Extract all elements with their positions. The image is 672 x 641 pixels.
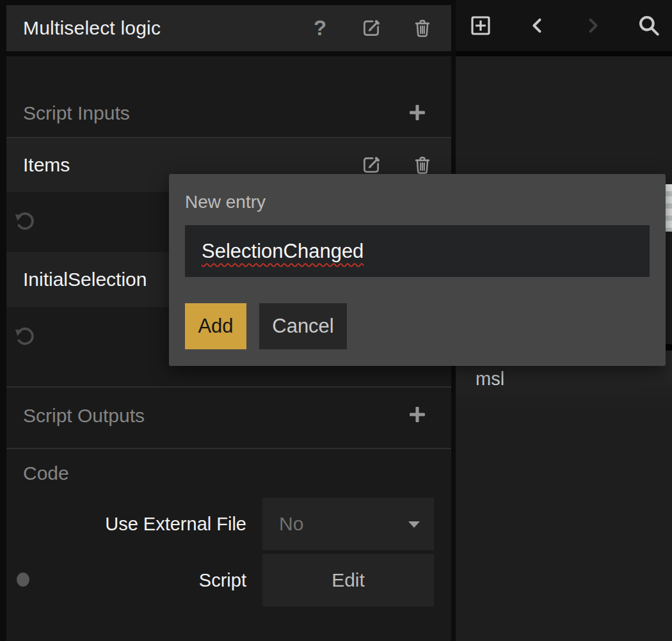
reset-default-button[interactable] bbox=[13, 208, 37, 232]
use-external-file-label: Use External File bbox=[0, 498, 246, 550]
new-entry-input[interactable]: SelectionChanged bbox=[185, 225, 650, 277]
page-title: Multiselect logic bbox=[23, 17, 308, 39]
tree-item-label: msl bbox=[476, 368, 504, 390]
caret-down-icon bbox=[407, 519, 421, 528]
edit-icon bbox=[360, 17, 382, 39]
new-entry-input-value: SelectionChanged bbox=[202, 240, 364, 263]
dialog-title: New entry bbox=[185, 192, 266, 212]
use-external-file-dropdown[interactable]: No bbox=[262, 498, 434, 550]
add-object-button[interactable] bbox=[468, 13, 493, 38]
script-outputs-heading: Script Outputs bbox=[23, 405, 145, 427]
help-icon: ? bbox=[314, 16, 326, 40]
plus-icon bbox=[406, 102, 428, 123]
occluded-list-fragment bbox=[666, 344, 672, 351]
edit-script-button[interactable]: Edit bbox=[262, 554, 434, 606]
row-actions bbox=[360, 154, 451, 177]
plus-icon bbox=[406, 404, 428, 425]
search-button[interactable] bbox=[637, 13, 661, 38]
delete-button[interactable] bbox=[411, 17, 434, 40]
header-actions: ? bbox=[308, 17, 451, 40]
edit-script-button-label: Edit bbox=[332, 569, 365, 591]
script-label: Script bbox=[0, 554, 246, 606]
panel-header: Multiselect logic ? bbox=[6, 5, 451, 51]
refresh-icon bbox=[13, 208, 37, 232]
refresh-icon bbox=[13, 323, 37, 347]
help-button[interactable]: ? bbox=[308, 17, 332, 40]
chevron-right-icon bbox=[582, 15, 604, 36]
add-script-input-button[interactable] bbox=[406, 101, 429, 124]
dropdown-value: No bbox=[279, 513, 407, 535]
status-dot bbox=[17, 573, 29, 587]
script-inputs-heading: Script Inputs bbox=[23, 102, 130, 124]
trash-icon bbox=[412, 154, 433, 176]
occluded-list-fragment bbox=[666, 184, 672, 232]
edit-icon bbox=[360, 154, 382, 176]
add-button-label: Add bbox=[198, 315, 233, 338]
divider bbox=[456, 51, 672, 56]
add-button[interactable]: Add bbox=[185, 303, 246, 349]
chevron-left-icon bbox=[527, 15, 548, 36]
app-window: Multiselect logic ? bbox=[0, 0, 672, 641]
add-script-output-button[interactable] bbox=[406, 403, 429, 426]
search-icon bbox=[637, 13, 661, 38]
divider bbox=[6, 386, 451, 388]
trash-icon bbox=[412, 17, 433, 39]
row-label: Items bbox=[23, 154, 360, 176]
cancel-button[interactable]: Cancel bbox=[259, 303, 347, 349]
code-heading: Code bbox=[23, 463, 69, 484]
edit-item-button[interactable] bbox=[360, 154, 383, 177]
delete-item-button[interactable] bbox=[411, 154, 434, 177]
new-entry-dialog: New entry SelectionChanged Add Cancel bbox=[169, 174, 666, 366]
cancel-button-label: Cancel bbox=[272, 315, 334, 338]
add-box-icon bbox=[468, 13, 493, 38]
rename-button[interactable] bbox=[360, 17, 383, 40]
tree-toolbar bbox=[456, 0, 672, 51]
divider bbox=[6, 448, 451, 449]
reset-default-button[interactable] bbox=[13, 323, 37, 347]
back-button[interactable] bbox=[525, 13, 550, 38]
forward-button[interactable] bbox=[580, 13, 605, 38]
